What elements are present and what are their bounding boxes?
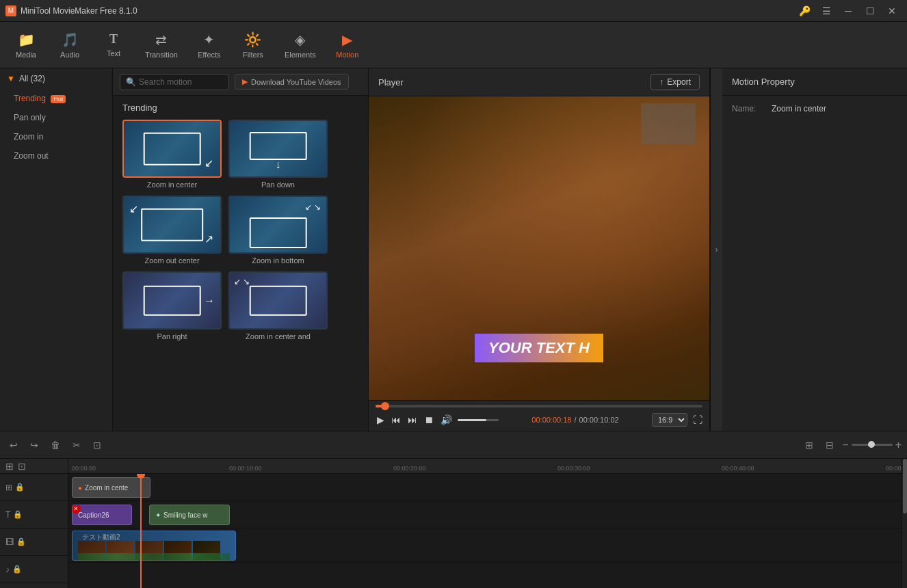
timeline-ruler-area: 00:00:00 00:00:10:00 00:00:20:00 00:00:3…: [68, 459, 902, 588]
caption26-clip[interactable]: ✕ Caption26: [72, 505, 132, 525]
toolbar-media[interactable]: 📁 Media: [5, 27, 47, 63]
stop-button[interactable]: ⏹: [423, 413, 435, 427]
motion-thumb-zoom-in-center-and[interactable]: ↙ ↘: [228, 271, 328, 330]
prev-button[interactable]: ⏮: [390, 413, 402, 427]
video-text: YOUR TEXT H: [488, 339, 590, 356]
ruler-spacer: ⊞ ⊡: [0, 459, 68, 474]
trending-badge: Hot: [51, 95, 66, 103]
audio-track-icon: ♪: [5, 565, 10, 574]
playhead[interactable]: [140, 474, 142, 588]
minimize-button[interactable]: ─: [839, 1, 858, 21]
trending-label: Trending: [14, 94, 46, 103]
toolbar-motion[interactable]: ▶ Motion: [327, 27, 368, 63]
add-video-icon[interactable]: ⊞: [5, 461, 14, 472]
ruler-tick-3: 00:00:30:00: [557, 465, 590, 472]
audio-track-lock[interactable]: 🔒: [12, 565, 22, 574]
toolbar-filters[interactable]: 🔆 Filters: [233, 27, 274, 63]
main-toolbar: 📁 Media 🎵 Audio T Text ⇄ Transition ✦ Ef…: [0, 22, 907, 68]
motion-track-lock[interactable]: 🔒: [15, 483, 25, 492]
effects-icon: ✦: [203, 31, 215, 48]
zoom-in-button[interactable]: +: [895, 439, 902, 451]
progress-bar[interactable]: [376, 405, 702, 407]
motion-content: Trending ↙ Zoom in center: [113, 96, 368, 431]
toolbar-audio[interactable]: 🎵 Audio: [49, 27, 90, 63]
caption-track: ✕ Caption26 ✦ Smiling face w: [68, 501, 902, 529]
sidebar-all-header[interactable]: ▼ All (32): [0, 68, 112, 89]
motion-item-zoom-in-bottom[interactable]: ↙ ↘ Zoom in bottom: [228, 196, 328, 265]
toolbar-elements[interactable]: ◈ Elements: [276, 27, 324, 63]
next-button[interactable]: ⏭: [406, 413, 419, 427]
controls-left: ▶ ⏮ ⏭ ⏹ 🔊: [376, 413, 499, 427]
zoom-track[interactable]: [852, 444, 893, 446]
motion-track-icon: ⊞: [5, 483, 12, 492]
timeline-track-labels: ⊞ ⊡ ⊞ 🔒 T 🔒 🎞 🔒 ♪ 🔒: [0, 459, 68, 588]
cut-button[interactable]: ✂: [68, 437, 85, 453]
motion-clip[interactable]: ● Zoom in cente: [72, 477, 150, 498]
player-panel: Player ↑ Export YOUR TEXT H: [368, 68, 710, 431]
play-button[interactable]: ▶: [376, 413, 386, 427]
redo-button[interactable]: ↪: [26, 437, 42, 453]
collapse-panel-btn[interactable]: ›: [710, 68, 722, 431]
motion-thumb-pan-down[interactable]: ↓: [228, 120, 328, 178]
ruler-tick-4: 00:00:40:00: [722, 465, 754, 472]
close-button[interactable]: ✕: [882, 1, 902, 21]
fullscreen-button[interactable]: ⛶: [693, 414, 702, 425]
video-clip[interactable]: テスト動画2: [72, 531, 236, 561]
caption-track-lock[interactable]: 🔒: [13, 510, 23, 519]
undo-button[interactable]: ↩: [5, 437, 22, 453]
sidebar-item-trending[interactable]: Trending Hot: [0, 89, 112, 108]
delete-button[interactable]: 🗑: [47, 437, 64, 453]
volume-button[interactable]: 🔊: [439, 413, 454, 427]
smiling-face-clip[interactable]: ✦ Smiling face w: [149, 505, 230, 525]
ruler-tick-1: 00:00:10:00: [229, 465, 262, 472]
motion-thumb-zoom-in-center[interactable]: ↙: [122, 120, 222, 178]
motion-item-zoom-out-center[interactable]: ↗ ↙ Zoom out center: [122, 196, 222, 265]
download-youtube-btn[interactable]: ▶ Download YouTube Videos: [235, 74, 349, 90]
search-box[interactable]: 🔍 Search motion: [120, 74, 229, 90]
scrollbar-thumb[interactable]: [903, 459, 907, 513]
pin-button[interactable]: 🔑: [795, 1, 814, 21]
sidebar-item-pan-only[interactable]: Pan only: [0, 108, 112, 127]
add-audio-icon[interactable]: ⊡: [18, 461, 26, 472]
time-separator: /: [574, 416, 576, 424]
crop-button[interactable]: ⊡: [89, 437, 105, 453]
audio-label: Audio: [60, 51, 79, 59]
motion-item-pan-down[interactable]: ↓ Pan down: [228, 120, 328, 189]
controls-row: ▶ ⏮ ⏭ ⏹ 🔊 00:00:00:18 / 00:00:10:02: [376, 413, 702, 427]
export-label: Export: [667, 77, 691, 87]
elements-icon: ◈: [295, 31, 305, 48]
toolbar-effects[interactable]: ✦ Effects: [189, 27, 230, 63]
video-track-lock[interactable]: 🔒: [16, 537, 26, 546]
aspect-ratio-select[interactable]: 16:9 4:3 1:1: [652, 413, 687, 427]
total-time: 00:00:10:02: [579, 416, 619, 424]
sidebar-item-zoom-in[interactable]: Zoom in: [0, 127, 112, 146]
motion-item-zoom-in-center-and[interactable]: ↙ ↘ Zoom in center and: [228, 271, 328, 340]
motion-icon: ▶: [342, 31, 352, 48]
sidebar-item-zoom-out[interactable]: Zoom out: [0, 146, 112, 165]
effects-label: Effects: [198, 51, 220, 59]
maximize-button[interactable]: ☐: [860, 1, 880, 21]
pan-only-label: Pan only: [14, 113, 46, 122]
motion-thumb-zoom-out-center[interactable]: ↗ ↙: [122, 196, 222, 254]
toolbar-text[interactable]: T Text: [93, 28, 134, 62]
menu-button[interactable]: ☰: [817, 1, 836, 21]
media-icon: 📁: [18, 31, 35, 48]
time-display-area: 00:00:00:18 / 00:00:10:02: [531, 416, 618, 424]
ruler-tick-5: 00:00:50:00: [886, 465, 902, 472]
snap-button[interactable]: ⊞: [801, 437, 817, 453]
player-header: Player ↑ Export: [369, 68, 709, 96]
split-button[interactable]: ⊟: [821, 437, 838, 453]
window-controls: 🔑 ☰ ─ ☐ ✕: [795, 1, 902, 21]
toolbar-transition[interactable]: ⇄ Transition: [137, 27, 186, 63]
volume-slider[interactable]: [458, 419, 499, 421]
timeline-scrollbar[interactable]: [902, 459, 907, 588]
text-icon: T: [109, 32, 118, 46]
zoom-out-button[interactable]: −: [842, 439, 848, 451]
progress-handle[interactable]: [381, 402, 389, 410]
motion-thumb-zoom-in-bottom[interactable]: ↙ ↘: [228, 196, 328, 254]
export-button[interactable]: ↑ Export: [650, 74, 700, 90]
motion-thumb-pan-right[interactable]: →: [122, 271, 222, 330]
motion-item-pan-right[interactable]: → Pan right: [122, 271, 222, 340]
motion-item-zoom-in-center[interactable]: ↙ Zoom in center: [122, 120, 222, 189]
timeline-content: ⊞ ⊡ ⊞ 🔒 T 🔒 🎞 🔒 ♪ 🔒: [0, 459, 907, 588]
